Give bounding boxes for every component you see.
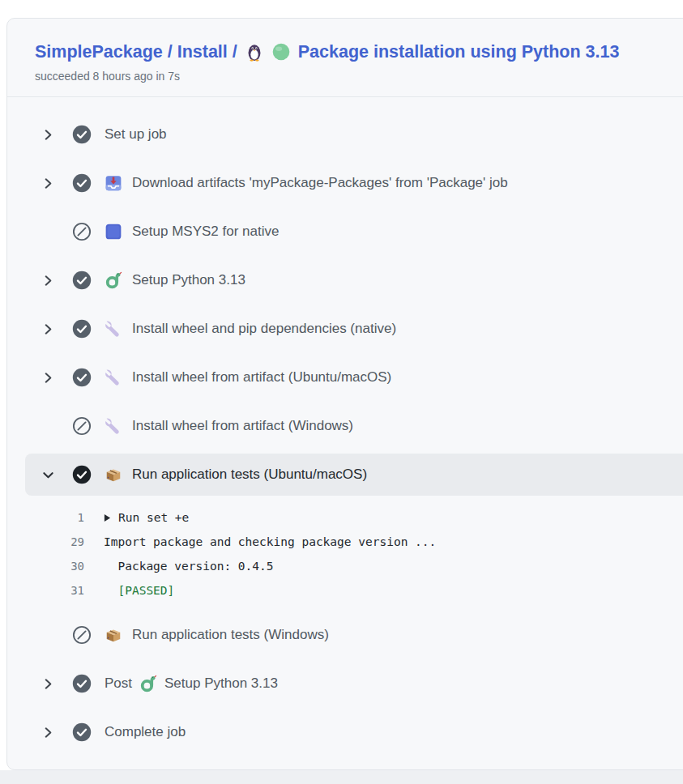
job-status-line: succeeded 8 hours ago in 7s bbox=[35, 70, 670, 83]
step-row-install-wheel-artifact-unix[interactable]: Install wheel from artifact (Ubuntu/macO… bbox=[7, 353, 683, 402]
step-label-prefix: Post bbox=[105, 675, 132, 692]
blue-square-icon bbox=[105, 223, 122, 241]
chevron-right-icon[interactable] bbox=[41, 177, 54, 190]
log-line: 1 Run set +e bbox=[7, 505, 683, 530]
inbox-tray-icon bbox=[105, 174, 122, 192]
chevron-spacer bbox=[41, 628, 54, 641]
log-line: 30 Package version: 0.4.5 bbox=[7, 554, 683, 578]
step-label: Download artifacts 'myPackage-Packages' … bbox=[132, 175, 508, 191]
step-row-set-up-job[interactable]: Set up job bbox=[7, 110, 683, 159]
log-line-text: Package version: 0.4.5 bbox=[104, 560, 274, 573]
step-label: Complete job bbox=[105, 724, 186, 740]
check-circle-icon bbox=[72, 125, 92, 144]
chevron-right-icon[interactable] bbox=[41, 677, 54, 690]
log-line: 29 Import package and checking package v… bbox=[7, 530, 683, 554]
job-log-card: SimplePackage / Install / Package instal… bbox=[6, 18, 683, 770]
log-line-number[interactable]: 30 bbox=[7, 560, 84, 573]
chevron-right-icon[interactable] bbox=[41, 371, 54, 384]
chevron-right-icon[interactable] bbox=[41, 726, 54, 739]
job-title-name: Package installation using Python 3.13 bbox=[298, 40, 620, 64]
chevron-right-icon[interactable] bbox=[41, 128, 54, 141]
expand-group-icon[interactable] bbox=[104, 513, 111, 522]
chevron-right-icon[interactable] bbox=[41, 322, 54, 335]
step-row-run-tests-unix[interactable]: Run application tests (Ubuntu/macOS) bbox=[25, 454, 683, 496]
package-icon bbox=[105, 626, 122, 644]
log-line-number[interactable]: 1 bbox=[7, 511, 84, 524]
skipped-circle-icon bbox=[72, 222, 92, 241]
page-bottom-strip bbox=[0, 770, 683, 784]
log-line-text-passed: [PASSED] bbox=[104, 584, 174, 597]
snake-icon bbox=[105, 271, 122, 289]
check-circle-icon bbox=[72, 674, 92, 693]
step-label: Run application tests (Ubuntu/macOS) bbox=[132, 467, 367, 483]
check-circle-icon bbox=[72, 271, 92, 290]
step-label: Install wheel and pip dependencies (nati… bbox=[132, 321, 396, 337]
step-row-complete-job[interactable]: Complete job bbox=[7, 708, 683, 756]
chevron-spacer bbox=[41, 225, 54, 238]
step-row-install-wheel-artifact-windows[interactable]: Install wheel from artifact (Windows) bbox=[7, 402, 683, 450]
skipped-circle-icon bbox=[72, 416, 92, 436]
job-title: SimplePackage / Install / Package instal… bbox=[35, 40, 670, 64]
snake-icon bbox=[139, 675, 157, 692]
step-label: Setup MSYS2 for native bbox=[132, 224, 279, 240]
check-circle-icon bbox=[72, 465, 92, 484]
log-line-text: Import package and checking package vers… bbox=[104, 535, 436, 548]
log-line-number[interactable]: 29 bbox=[7, 535, 84, 548]
skipped-circle-icon bbox=[72, 625, 92, 645]
check-circle-icon bbox=[72, 173, 92, 193]
log-line: 31 [PASSED] bbox=[7, 578, 683, 603]
step-row-setup-msys2[interactable]: Setup MSYS2 for native bbox=[7, 207, 683, 256]
log-line-text: Run set +e bbox=[118, 511, 189, 524]
chevron-down-icon[interactable] bbox=[41, 468, 54, 481]
step-list: Set up job Download artifacts 'myPackage… bbox=[7, 97, 683, 756]
green-circle-icon bbox=[271, 42, 291, 62]
step-row-install-wheel-pip-native[interactable]: Install wheel and pip dependencies (nati… bbox=[7, 305, 683, 353]
step-row-setup-python[interactable]: Setup Python 3.13 bbox=[7, 256, 683, 305]
package-icon bbox=[105, 466, 122, 484]
step-label: Set up job bbox=[105, 126, 167, 143]
step-label: Run application tests (Windows) bbox=[132, 627, 329, 643]
log-line-number[interactable]: 31 bbox=[7, 584, 84, 597]
step-label: Setup Python 3.13 bbox=[164, 675, 278, 692]
job-header: SimplePackage / Install / Package instal… bbox=[7, 19, 683, 97]
chevron-spacer bbox=[41, 420, 54, 432]
job-title-breadcrumb: SimplePackage / Install / bbox=[35, 40, 237, 64]
check-circle-icon bbox=[72, 368, 92, 387]
penguin-icon bbox=[245, 42, 264, 62]
step-row-download-artifacts[interactable]: Download artifacts 'myPackage-Packages' … bbox=[7, 159, 683, 207]
step-row-run-tests-windows[interactable]: Run application tests (Windows) bbox=[7, 611, 683, 659]
step-label: Install wheel from artifact (Windows) bbox=[132, 418, 353, 434]
wrench-icon bbox=[105, 369, 122, 386]
chevron-right-icon[interactable] bbox=[41, 274, 54, 287]
check-circle-icon bbox=[72, 722, 92, 742]
step-label: Install wheel from artifact (Ubuntu/macO… bbox=[132, 369, 391, 386]
wrench-icon bbox=[105, 320, 122, 338]
log-output: 1 Run set +e 29 Import package and check… bbox=[7, 505, 683, 603]
check-circle-icon bbox=[72, 319, 92, 339]
step-label: Setup Python 3.13 bbox=[132, 272, 245, 288]
step-row-post-setup-python[interactable]: Post Setup Python 3.13 bbox=[7, 659, 683, 708]
wrench-icon bbox=[105, 417, 122, 435]
